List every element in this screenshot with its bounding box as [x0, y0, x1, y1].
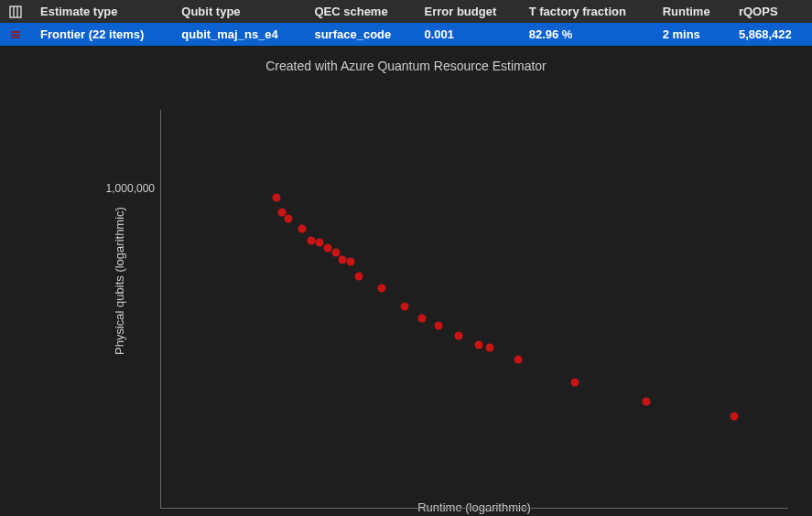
col-estimate-type[interactable]: Estimate type	[31, 0, 172, 23]
cell-qec-scheme: surface_code	[305, 23, 415, 46]
data-point[interactable]	[400, 303, 408, 311]
data-point[interactable]	[324, 243, 332, 252]
collapse-icon	[9, 30, 22, 39]
data-point[interactable]	[355, 272, 363, 280]
cell-rqops: 5,868,422	[730, 23, 812, 46]
layout-toggle-header[interactable]	[0, 0, 31, 23]
data-point[interactable]	[474, 340, 482, 349]
data-point[interactable]	[346, 258, 354, 266]
cell-estimate-type: Frontier (22 items)	[31, 23, 172, 46]
col-t-factory-fraction[interactable]: T factory fraction	[520, 0, 654, 23]
data-point[interactable]	[338, 255, 346, 263]
data-point[interactable]	[315, 239, 323, 247]
y-axis-label: Physical qubits (logarithmic)	[113, 207, 126, 355]
data-point[interactable]	[454, 331, 462, 339]
chart-title: Created with Azure Quantum Resource Esti…	[0, 59, 812, 73]
data-point[interactable]	[486, 343, 494, 351]
data-point[interactable]	[298, 224, 307, 232]
cell-runtime: 2 mins	[654, 23, 730, 46]
results-table: Estimate type Qubit type QEC scheme Erro…	[0, 0, 812, 46]
data-point[interactable]	[731, 412, 739, 420]
table-header: Estimate type Qubit type QEC scheme Erro…	[0, 0, 812, 23]
columns-icon	[9, 5, 22, 18]
y-tick: 1,000,000	[106, 182, 155, 195]
col-runtime[interactable]: Runtime	[654, 0, 730, 23]
data-point[interactable]	[571, 379, 579, 387]
col-qec-scheme[interactable]: QEC scheme	[305, 0, 415, 23]
row-expand-toggle[interactable]	[0, 23, 31, 46]
table-row[interactable]: Frontier (22 items) qubit_maj_ns_e4 surf…	[0, 23, 812, 46]
data-point[interactable]	[417, 315, 426, 323]
data-point[interactable]	[307, 236, 315, 244]
cell-t-factory-fraction: 82.96 %	[520, 23, 654, 46]
col-rqops[interactable]: rQOPS	[730, 0, 812, 23]
app-root: Estimate type Qubit type QEC scheme Erro…	[0, 0, 812, 516]
data-point[interactable]	[514, 355, 523, 363]
cell-qubit-type: qubit_maj_ns_e4	[172, 23, 305, 46]
data-point[interactable]	[378, 284, 386, 292]
svg-rect-0	[10, 6, 21, 17]
chart-area: Created with Azure Quantum Resource Esti…	[0, 46, 812, 516]
data-point[interactable]	[284, 215, 292, 223]
data-point[interactable]	[642, 398, 650, 406]
col-qubit-type[interactable]: Qubit type	[172, 0, 305, 23]
data-point[interactable]	[435, 322, 443, 330]
col-error-budget[interactable]: Error budget	[416, 0, 520, 23]
cell-error-budget: 0.001	[416, 23, 520, 46]
plot-frame[interactable]	[160, 110, 788, 509]
data-point[interactable]	[273, 194, 281, 202]
